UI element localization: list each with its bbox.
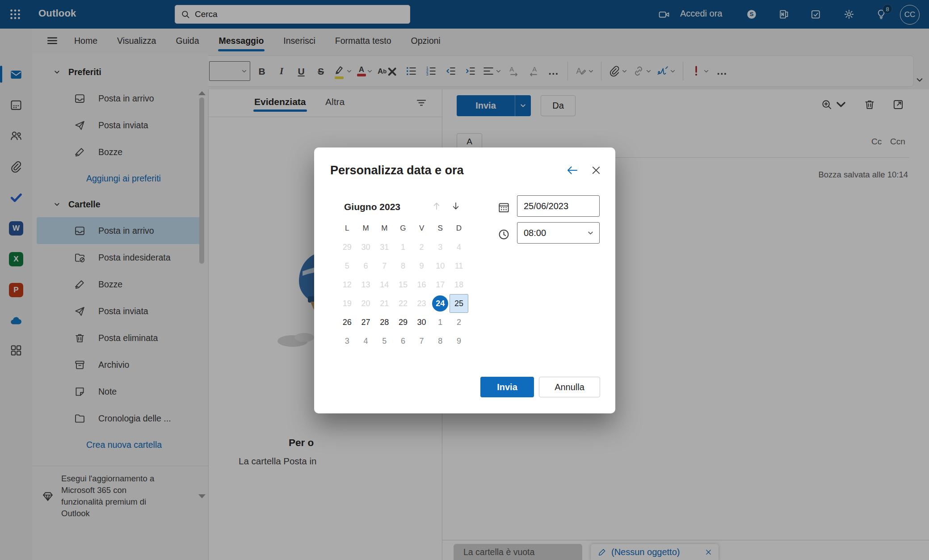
calendar-day[interactable]: 28 [375, 313, 394, 332]
dialog-cancel-button[interactable]: Annulla [539, 377, 600, 397]
calendar-day[interactable]: 22 [394, 294, 412, 313]
calendar-day[interactable]: 3 [338, 332, 357, 350]
time-picker-icon [497, 228, 510, 241]
calendar-day[interactable]: 16 [412, 275, 431, 294]
calendar-next-month-icon[interactable] [450, 201, 461, 211]
calendar-day[interactable]: 17 [431, 275, 450, 294]
calendar-prev-month-icon[interactable] [431, 201, 442, 211]
calendar-day[interactable]: 5 [338, 257, 357, 275]
weekday-label: L [338, 219, 357, 238]
weekday-label: D [450, 219, 468, 238]
calendar-day-today[interactable]: 25 [450, 294, 468, 313]
calendar-day[interactable]: 31 [375, 238, 394, 257]
calendar-month-label: Giugno 2023 [344, 202, 400, 212]
dialog-title: Personalizza data e ora [330, 164, 464, 177]
close-icon[interactable] [590, 164, 602, 176]
calendar-day[interactable]: 13 [357, 275, 375, 294]
calendar-day[interactable]: 29 [338, 238, 357, 257]
weekday-label: M [375, 219, 394, 238]
calendar-day[interactable]: 5 [375, 332, 394, 350]
time-value: 08:00 [524, 228, 546, 238]
calendar-day[interactable]: 3 [431, 238, 450, 257]
calendar-day[interactable]: 30 [412, 313, 431, 332]
calendar-day[interactable]: 30 [357, 238, 375, 257]
weekday-label: M [357, 219, 375, 238]
calendar-day[interactable]: 23 [412, 294, 431, 313]
time-select[interactable]: 08:00 [517, 222, 600, 244]
calendar-day[interactable]: 6 [357, 257, 375, 275]
chevron-down-icon [587, 230, 594, 236]
calendar-day[interactable]: 26 [338, 313, 357, 332]
calendar-day[interactable]: 11 [450, 257, 468, 275]
calendar-day[interactable]: 8 [394, 257, 412, 275]
calendar-day[interactable]: 10 [431, 257, 450, 275]
calendar-day[interactable]: 8 [431, 332, 450, 350]
calendar-day[interactable]: 7 [375, 257, 394, 275]
calendar-day[interactable]: 7 [412, 332, 431, 350]
calendar-weekday-row: LMMGVSD [338, 219, 468, 238]
calendar-day[interactable]: 14 [375, 275, 394, 294]
calendar-day[interactable]: 4 [450, 238, 468, 257]
back-icon[interactable] [566, 164, 579, 177]
calendar-day[interactable]: 2 [450, 313, 468, 332]
calendar-day[interactable]: 12 [338, 275, 357, 294]
calendar-day[interactable]: 9 [412, 257, 431, 275]
calendar-day[interactable]: 27 [357, 313, 375, 332]
weekday-label: V [412, 219, 431, 238]
calendar-day[interactable]: 20 [357, 294, 375, 313]
schedule-send-dialog: Personalizza data e ora Giugno 2023 LMMG… [314, 147, 615, 413]
calendar-day[interactable]: 2 [412, 238, 431, 257]
date-picker-icon [497, 201, 510, 214]
calendar-day[interactable]: 15 [394, 275, 412, 294]
dialog-send-button[interactable]: Invia [480, 377, 534, 397]
calendar-day[interactable]: 18 [450, 275, 468, 294]
calendar-day-selected[interactable]: 24 [431, 294, 450, 313]
calendar-day[interactable]: 6 [394, 332, 412, 350]
calendar-day[interactable]: 9 [450, 332, 468, 350]
date-input[interactable]: 25/06/2023 [517, 195, 600, 217]
weekday-label: G [394, 219, 412, 238]
calendar-day[interactable]: 19 [338, 294, 357, 313]
calendar-day[interactable]: 1 [394, 238, 412, 257]
calendar-grid: 2930311234567891011121314151617181920212… [338, 238, 468, 350]
calendar-day[interactable]: 4 [357, 332, 375, 350]
calendar-day[interactable]: 29 [394, 313, 412, 332]
weekday-label: S [431, 219, 450, 238]
calendar-day[interactable]: 21 [375, 294, 394, 313]
calendar-day[interactable]: 1 [431, 313, 450, 332]
